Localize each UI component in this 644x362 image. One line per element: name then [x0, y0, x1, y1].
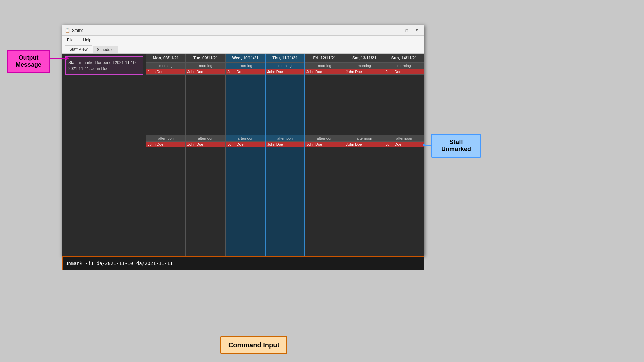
afternoon-header-2: afternoon — [226, 135, 265, 142]
afternoon-staff-2: John Doe — [226, 142, 265, 147]
morning-segment-3: morningJohn Doe — [266, 62, 304, 135]
day-column-4: Fri, 12/11/21morningJohn DoeafternoonJoh… — [305, 54, 344, 256]
morning-header-2: morning — [226, 62, 265, 69]
day-header-2: Wed, 10/11/21 — [226, 54, 265, 62]
morning-staff-0: John Doe — [146, 69, 185, 75]
morning-staff-6: John Doe — [384, 69, 424, 75]
morning-staff-5: John Doe — [344, 69, 384, 75]
window-controls: − □ ✕ — [392, 27, 421, 34]
afternoon-body-6[interactable] — [384, 147, 424, 208]
minimize-button[interactable]: − — [392, 27, 401, 34]
morning-header-6: morning — [384, 62, 424, 69]
afternoon-header-0: afternoon — [146, 135, 185, 142]
annotation-command-line — [254, 271, 254, 336]
morning-body-5[interactable] — [344, 75, 384, 135]
morning-body-1[interactable] — [186, 75, 225, 135]
annotation-staff-text: StaffUnmarked — [441, 139, 471, 153]
window-title-text: Staff'd — [72, 28, 83, 33]
window-title-icon: 📋 — [65, 28, 70, 33]
afternoon-header-3: afternoon — [266, 135, 304, 142]
annotation-output-message-label: OutputMessage — [7, 50, 50, 73]
afternoon-segment-2: afternoonJohn Doe — [226, 135, 265, 208]
afternoon-body-4[interactable] — [305, 147, 344, 208]
afternoon-body-0[interactable] — [146, 147, 185, 208]
maximize-button[interactable]: □ — [402, 27, 411, 34]
annotation-output-arrow — [50, 58, 67, 59]
annotation-staff-arrow — [424, 145, 432, 146]
afternoon-body-1[interactable] — [186, 147, 225, 208]
afternoon-body-2[interactable] — [226, 147, 265, 208]
afternoon-body-5[interactable] — [344, 147, 384, 208]
afternoon-staff-5: John Doe — [344, 142, 384, 147]
main-window: 📋 Staff'd − □ ✕ File Help Staff View Sch… — [62, 25, 424, 256]
afternoon-staff-0: John Doe — [146, 142, 185, 147]
morning-header-3: morning — [266, 62, 304, 69]
day-header-3: Thu, 11/11/21 — [266, 54, 304, 62]
afternoon-segment-0: afternoonJohn Doe — [146, 135, 185, 208]
afternoon-segment-1: afternoonJohn Doe — [186, 135, 225, 208]
command-bar — [62, 256, 424, 270]
afternoon-header-5: afternoon — [344, 135, 384, 142]
tab-schedule[interactable]: Schedule — [93, 46, 118, 53]
afternoon-staff-1: John Doe — [186, 142, 225, 147]
day-column-2: Wed, 10/11/21morningJohn DoeafternoonJoh… — [226, 54, 265, 256]
morning-header-5: morning — [344, 62, 384, 69]
morning-header-0: morning — [146, 62, 185, 69]
annotation-command-text: Command Input — [228, 341, 279, 349]
afternoon-staff-3: John Doe — [266, 142, 304, 147]
day-column-0: Mon, 08/11/21morningJohn DoeafternoonJoh… — [146, 54, 186, 256]
afternoon-staff-4: John Doe — [305, 142, 344, 147]
tab-staff-view[interactable]: Staff View — [65, 45, 92, 53]
menu-file[interactable]: File — [65, 37, 75, 43]
day-header-5: Sat, 13/11/21 — [344, 54, 384, 62]
morning-staff-2: John Doe — [226, 69, 265, 75]
close-button[interactable]: ✕ — [412, 27, 421, 34]
titlebar: 📋 Staff'd − □ ✕ — [62, 25, 424, 36]
morning-staff-4: John Doe — [305, 69, 344, 75]
afternoon-segment-6: afternoonJohn Doe — [384, 135, 424, 208]
output-message-box: Staff unmarked for period 2021-11-10 202… — [65, 56, 143, 75]
menu-help[interactable]: Help — [81, 37, 93, 43]
morning-staff-3: John Doe — [266, 69, 304, 75]
morning-segment-6: morningJohn Doe — [384, 62, 424, 135]
afternoon-body-3[interactable] — [266, 147, 304, 208]
annotation-command-input-label: Command Input — [220, 336, 287, 354]
annotation-staff-unmarked-label: StaffUnmarked — [431, 134, 481, 158]
morning-body-6[interactable] — [384, 75, 424, 135]
day-column-5: Sat, 13/11/21morningJohn DoeafternoonJoh… — [344, 54, 384, 256]
window-content: Staff unmarked for period 2021-11-10 202… — [62, 54, 424, 256]
day-header-0: Mon, 08/11/21 — [146, 54, 185, 62]
morning-body-4[interactable] — [305, 75, 344, 135]
output-message-text: Staff unmarked for period 2021-11-10 202… — [68, 60, 136, 71]
afternoon-header-6: afternoon — [384, 135, 424, 142]
calendar-grid: Mon, 08/11/21morningJohn DoeafternoonJoh… — [146, 54, 424, 256]
day-column-1: Tue, 09/11/21morningJohn DoeafternoonJoh… — [186, 54, 225, 256]
calendar-area: Mon, 08/11/21morningJohn DoeafternoonJoh… — [146, 54, 424, 256]
day-column-6: Sun, 14/11/21morningJohn DoeafternoonJoh… — [384, 54, 424, 256]
morning-body-0[interactable] — [146, 75, 185, 135]
day-header-6: Sun, 14/11/21 — [384, 54, 424, 62]
morning-body-2[interactable] — [226, 75, 265, 135]
day-header-1: Tue, 09/11/21 — [186, 54, 225, 62]
day-header-4: Fri, 12/11/21 — [305, 54, 344, 62]
afternoon-header-4: afternoon — [305, 135, 344, 142]
morning-segment-1: morningJohn Doe — [186, 62, 225, 135]
afternoon-segment-5: afternoonJohn Doe — [344, 135, 384, 208]
morning-segment-4: morningJohn Doe — [305, 62, 344, 135]
morning-segment-5: morningJohn Doe — [344, 62, 384, 135]
sidebar: Staff unmarked for period 2021-11-10 202… — [62, 54, 146, 256]
day-column-3: Thu, 11/11/21morningJohn DoeafternoonJoh… — [265, 54, 305, 256]
morning-body-3[interactable] — [266, 75, 304, 135]
morning-staff-1: John Doe — [186, 69, 225, 75]
afternoon-segment-4: afternoonJohn Doe — [305, 135, 344, 208]
afternoon-header-1: afternoon — [186, 135, 225, 142]
morning-segment-2: morningJohn Doe — [226, 62, 265, 135]
morning-segment-0: morningJohn Doe — [146, 62, 185, 135]
tab-bar: Staff View Schedule — [62, 44, 424, 54]
afternoon-staff-6: John Doe — [384, 142, 424, 147]
morning-header-4: morning — [305, 62, 344, 69]
command-input[interactable] — [65, 261, 421, 266]
annotation-output-text: OutputMessage — [16, 54, 41, 68]
menubar: File Help — [62, 36, 424, 44]
morning-header-1: morning — [186, 62, 225, 69]
